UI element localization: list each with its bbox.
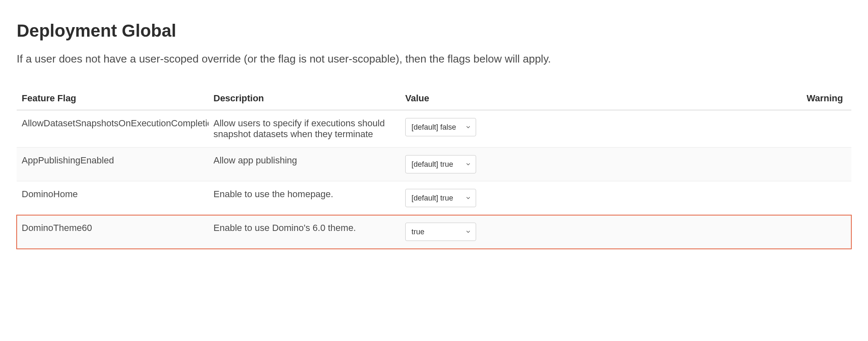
cell-warning: [592, 110, 851, 148]
cell-value: [default] false: [400, 110, 592, 148]
value-select[interactable]: true: [405, 223, 476, 241]
value-select[interactable]: [default] false: [405, 118, 476, 136]
cell-feature-flag: DominoHome: [17, 181, 208, 215]
cell-feature-flag: AppPublishingEnabled: [17, 148, 208, 181]
feature-flags-table: Feature Flag Description Value Warning A…: [17, 87, 851, 249]
cell-description: Allow app publishing: [208, 148, 400, 181]
table-row: DominoHomeEnable to use the homepage.[de…: [17, 181, 851, 215]
page-description: If a user does not have a user-scoped ov…: [17, 51, 621, 67]
cell-description: Allow users to specify if executions sho…: [208, 110, 400, 148]
table-row: DominoTheme60Enable to use Domino's 6.0 …: [17, 215, 851, 249]
table-row: AppPublishingEnabledAllow app publishing…: [17, 148, 851, 181]
cell-value: [default] true: [400, 148, 592, 181]
value-select-display[interactable]: [default] false: [405, 118, 476, 136]
cell-feature-flag: AllowDatasetSnapshotsOnExecutionCompleti…: [17, 110, 208, 148]
column-header-warning: Warning: [592, 87, 851, 110]
table-row: AllowDatasetSnapshotsOnExecutionCompleti…: [17, 110, 851, 148]
cell-warning: [592, 215, 851, 249]
column-header-flag: Feature Flag: [17, 87, 208, 110]
cell-feature-flag: DominoTheme60: [17, 215, 208, 249]
value-select-display[interactable]: true: [405, 223, 476, 241]
value-select[interactable]: [default] true: [405, 155, 476, 173]
cell-description: Enable to use Domino's 6.0 theme.: [208, 215, 400, 249]
column-header-description: Description: [208, 87, 400, 110]
cell-description: Enable to use the homepage.: [208, 181, 400, 215]
table-header-row: Feature Flag Description Value Warning: [17, 87, 851, 110]
cell-value: true: [400, 215, 592, 249]
page-title: Deployment Global: [17, 21, 851, 41]
cell-warning: [592, 148, 851, 181]
column-header-value: Value: [400, 87, 592, 110]
value-select[interactable]: [default] true: [405, 189, 476, 207]
cell-value: [default] true: [400, 181, 592, 215]
value-select-display[interactable]: [default] true: [405, 189, 476, 207]
value-select-display[interactable]: [default] true: [405, 155, 476, 173]
cell-warning: [592, 181, 851, 215]
